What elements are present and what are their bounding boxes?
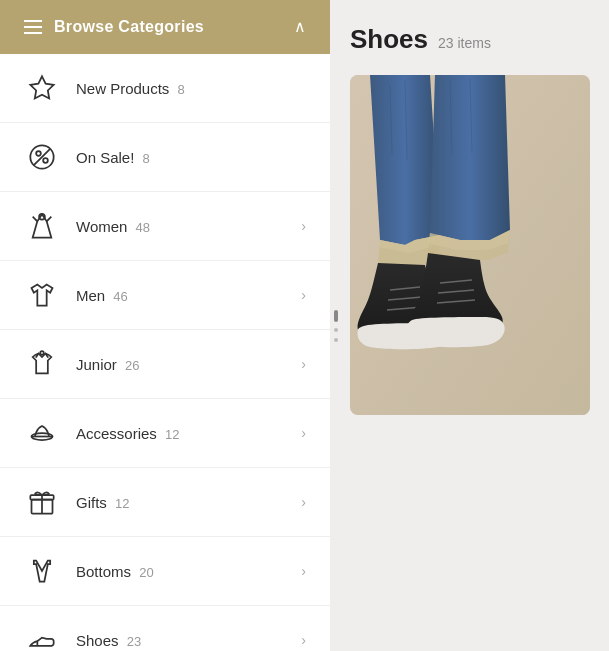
main-container: Browse Categories ∧ New Products 8 On Sa… [0,0,609,651]
category-count: 26 [125,358,139,373]
hat-icon [24,415,60,451]
shoe-icon [24,622,60,651]
category-label: Gifts 12 [76,494,301,511]
chevron-right-icon: › [301,563,306,579]
chevron-right-icon: › [301,632,306,648]
chevron-right-icon: › [301,287,306,303]
pants-icon [24,553,60,589]
category-label: New Products 8 [76,80,306,97]
category-count: 20 [139,565,153,580]
star-icon [24,70,60,106]
side-dots [330,310,338,342]
shoes-heading: Shoes 23 items [350,24,589,55]
category-label: Men 46 [76,287,301,304]
category-count: 12 [165,427,179,442]
chevron-up-icon: ∧ [294,19,306,35]
category-label: On Sale! 8 [76,149,306,166]
category-item-shoes[interactable]: Shoes 23 › [0,606,330,651]
dot [334,338,338,342]
category-count: 8 [178,82,185,97]
category-count: 48 [136,220,150,235]
category-label: Accessories 12 [76,425,301,442]
chevron-right-icon: › [301,494,306,510]
category-item-accessories[interactable]: Accessories 12 › [0,399,330,468]
chevron-right-icon: › [301,218,306,234]
browse-header-left: Browse Categories [24,18,204,36]
category-item-men[interactable]: Men 46 › [0,261,330,330]
category-item-new-products[interactable]: New Products 8 [0,54,330,123]
shoes-product-image [350,75,590,415]
svg-line-5 [33,217,38,222]
hamburger-icon [24,20,42,34]
category-count: 12 [115,496,129,511]
content-area: Shoes 23 items [330,0,609,651]
svg-point-1 [36,151,41,156]
category-item-junior[interactable]: Junior 26 › [0,330,330,399]
dot-active [334,310,338,322]
svg-line-6 [47,217,52,222]
shoes-count: 23 items [438,35,491,51]
category-item-bottoms[interactable]: Bottoms 20 › [0,537,330,606]
svg-point-8 [40,351,44,355]
dress-icon [24,208,60,244]
svg-point-2 [43,158,48,163]
shirt-icon [24,277,60,313]
category-item-women[interactable]: Women 48 › [0,192,330,261]
category-label: Bottoms 20 [76,563,301,580]
category-count: 46 [113,289,127,304]
category-count: 23 [127,634,141,649]
browse-header[interactable]: Browse Categories ∧ [0,0,330,54]
category-count: 8 [143,151,150,166]
category-label: Junior 26 [76,356,301,373]
dot [334,328,338,332]
percent-icon [24,139,60,175]
shoes-title: Shoes [350,24,428,55]
chevron-right-icon: › [301,425,306,441]
onesie-icon [24,346,60,382]
chevron-right-icon: › [301,356,306,372]
category-item-gifts[interactable]: Gifts 12 › [0,468,330,537]
category-label: Women 48 [76,218,301,235]
sidebar: Browse Categories ∧ New Products 8 On Sa… [0,0,330,651]
category-label: Shoes 23 [76,632,301,649]
browse-title: Browse Categories [54,18,204,36]
category-item-on-sale[interactable]: On Sale! 8 [0,123,330,192]
category-list: New Products 8 On Sale! 8 [0,54,330,651]
svg-marker-0 [30,76,53,98]
gift-icon [24,484,60,520]
